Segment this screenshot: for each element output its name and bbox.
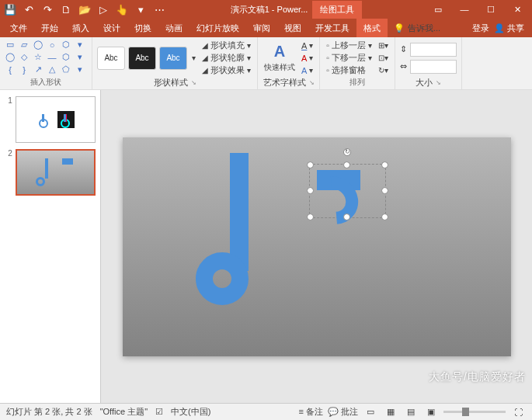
shape-fill-button[interactable]: ◢ 形状填充 ▾ <box>200 40 252 51</box>
document-title: 演示文稿1 - Power... <box>231 4 308 16</box>
shape-text-icon[interactable]: ▭ <box>5 40 16 50</box>
close-button[interactable]: ✕ <box>504 0 530 19</box>
slideshow-view-button[interactable]: ▣ <box>423 405 439 419</box>
tab-developer[interactable]: 开发工具 <box>308 19 356 37</box>
shapes-gallery[interactable]: ▭▱◯○⬡▾ ◯◇☆—⬡▾ {}↗△⬠▾ <box>5 40 87 76</box>
tiktok-light-icon <box>36 111 53 128</box>
minimize-button[interactable]: — <box>451 0 478 19</box>
tiktok-dark-icon <box>57 111 75 128</box>
open-button[interactable]: 📂 <box>76 1 93 18</box>
group-arrange: ▫ 上移一层 ▾ ▫ 下移一层 ▾ ▫ 选择窗格 ⊞▾ ⊡▾ ↻▾ 排列 <box>320 37 395 89</box>
statusbar: 幻灯片 第 2 张, 共 2 张 "Office 主题" ☑ 中文(中国) ≡ … <box>0 403 532 420</box>
qat-more-button[interactable]: ⋯ <box>151 1 168 18</box>
language-button[interactable]: 中文(中国) <box>171 406 210 418</box>
selection-pane-button[interactable]: ▫ 选择窗格 <box>325 65 374 76</box>
bring-forward-button[interactable]: ▫ 上移一层 ▾ <box>325 40 374 51</box>
spellcheck-icon[interactable]: ☑ <box>155 407 163 417</box>
height-icon: ⇕ <box>400 44 407 54</box>
tab-view[interactable]: 视图 <box>277 19 308 37</box>
resize-handle[interactable] <box>307 187 314 194</box>
tab-review[interactable]: 审阅 <box>246 19 277 37</box>
slide-number: 1 <box>5 96 12 143</box>
slide-number: 2 <box>5 149 12 196</box>
send-backward-button[interactable]: ▫ 下移一层 ▾ <box>325 53 374 64</box>
wordart-quick-styles-button[interactable]: 快速样式 <box>263 62 297 73</box>
redo-button[interactable]: ↷ <box>39 1 56 18</box>
from-beginning-button[interactable]: ▷ <box>95 1 112 18</box>
comments-button[interactable]: 💬 批注 <box>328 406 358 418</box>
tab-file[interactable]: 文件 <box>3 19 34 37</box>
reading-view-button[interactable]: ▤ <box>403 405 419 419</box>
resize-handle[interactable] <box>307 161 314 168</box>
slide-canvas-area[interactable]: ↻ 大鱼号/电脑爱好者 <box>101 90 532 403</box>
style-preset-1[interactable]: Abc <box>97 47 125 70</box>
tell-me-search[interactable]: 💡 告诉我... <box>388 23 468 34</box>
slide-thumbnail-panel[interactable]: 1 2 <box>0 90 101 403</box>
shape-height-input[interactable] <box>410 43 457 57</box>
style-preset-3[interactable]: Abc <box>159 47 187 70</box>
group-button[interactable]: ⊡▾ <box>377 53 390 64</box>
wordart-dialog-launcher[interactable]: ↘ <box>309 79 315 86</box>
new-button[interactable]: 🗋 <box>57 1 75 18</box>
context-tool-label: 绘图工具 <box>312 1 362 19</box>
style-preset-2[interactable]: Abc <box>128 47 156 70</box>
text-outline-button[interactable]: A ▾ <box>300 53 315 64</box>
workspace: 1 2 ↻ <box>0 90 532 403</box>
normal-view-button[interactable]: ▭ <box>363 405 378 419</box>
resize-handle[interactable] <box>307 213 314 220</box>
group-size: ⇕ ⇔ 大小 ↘ <box>395 37 462 89</box>
shape-outline-button[interactable]: ◢ 形状轮廓 ▾ <box>200 53 252 64</box>
selected-shape[interactable]: ↻ <box>311 165 384 217</box>
qat-custom-button[interactable]: ▾ <box>132 1 149 18</box>
music-note-shape[interactable] <box>230 153 249 271</box>
shape-effects-button[interactable]: ◢ 形状效果 ▾ <box>200 65 252 76</box>
titlebar: 💾 ↶ ↷ 🗋 📂 ▷ 👆 ▾ ⋯ 演示文稿1 - Power... 绘图工具 … <box>0 0 532 19</box>
size-dialog-launcher[interactable]: ↘ <box>436 79 441 86</box>
tab-home[interactable]: 开始 <box>34 19 65 37</box>
watermark: 大鱼号/电脑爱好者 <box>429 370 526 384</box>
group-wordart-styles: A 快速样式 A ▾ A ▾ A ▾ 艺术字样式 ↘ <box>258 37 320 89</box>
style-gallery[interactable]: Abc Abc Abc ▾ <box>97 47 197 70</box>
resize-handle[interactable] <box>343 161 350 168</box>
zoom-slider[interactable] <box>443 411 506 413</box>
tab-insert[interactable]: 插入 <box>65 19 96 37</box>
save-button[interactable]: 💾 <box>2 1 19 18</box>
tab-slideshow[interactable]: 幻灯片放映 <box>190 19 246 37</box>
text-effects-button[interactable]: A ▾ <box>300 65 315 76</box>
resize-handle[interactable] <box>343 213 350 220</box>
group-label-insert-shapes: 插入形状 <box>5 77 87 88</box>
resize-handle[interactable] <box>381 187 388 194</box>
tab-transitions[interactable]: 切换 <box>127 19 158 37</box>
fit-to-window-button[interactable]: ⛶ <box>510 405 526 419</box>
maximize-button[interactable]: ☐ <box>478 0 504 19</box>
slide-thumbnail-1[interactable] <box>16 96 96 143</box>
ribbon-tabs: 文件 开始 插入 设计 切换 动画 幻灯片放映 审阅 视图 开发工具 格式 💡 … <box>0 19 532 37</box>
shape-width-input[interactable] <box>410 60 457 74</box>
group-insert-shapes: ▭▱◯○⬡▾ ◯◇☆—⬡▾ {}↗△⬠▾ 插入形状 <box>0 37 92 89</box>
slide-counter[interactable]: 幻灯片 第 2 张, 共 2 张 <box>6 406 92 418</box>
share-button[interactable]: 👤 共享 <box>494 23 524 34</box>
shape-styles-dialog-launcher[interactable]: ↘ <box>191 79 196 86</box>
quick-access-toolbar: 💾 ↶ ↷ 🗋 📂 ▷ 👆 ▾ ⋯ <box>2 1 168 18</box>
tab-design[interactable]: 设计 <box>96 19 127 37</box>
align-button[interactable]: ⊞▾ <box>377 40 390 51</box>
ribbon-options-button[interactable]: ▭ <box>425 0 451 19</box>
gallery-more-button[interactable]: ▾ <box>190 53 197 64</box>
text-fill-button[interactable]: A ▾ <box>300 40 315 51</box>
theme-name: "Office 主题" <box>100 406 148 418</box>
resize-handle[interactable] <box>381 213 388 220</box>
ribbon: ▭▱◯○⬡▾ ◯◇☆—⬡▾ {}↗△⬠▾ 插入形状 Abc Abc Abc ▾ … <box>0 37 532 90</box>
slide[interactable]: ↻ <box>123 137 511 356</box>
signin-button[interactable]: 登录 <box>472 23 489 34</box>
tab-format[interactable]: 格式 <box>356 19 388 37</box>
undo-button[interactable]: ↶ <box>20 1 37 18</box>
notes-button[interactable]: ≡ 备注 <box>298 406 322 418</box>
resize-handle[interactable] <box>381 161 388 168</box>
touch-mode-button[interactable]: 👆 <box>113 1 130 18</box>
rotate-button[interactable]: ↻▾ <box>377 65 390 76</box>
tab-animations[interactable]: 动画 <box>158 19 190 37</box>
slide-thumbnail-2[interactable] <box>16 149 96 196</box>
sorter-view-button[interactable]: ▦ <box>383 405 398 419</box>
wordart-quick-styles-icon[interactable]: A <box>274 43 285 61</box>
rotate-handle[interactable]: ↻ <box>343 148 351 156</box>
